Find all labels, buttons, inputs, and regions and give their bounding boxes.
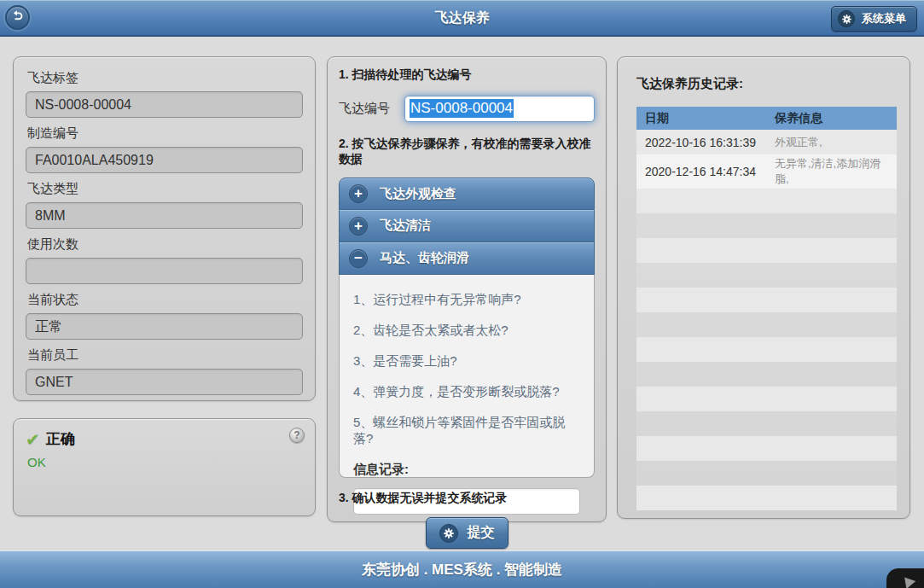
submit-button[interactable]: 提交 bbox=[426, 517, 508, 549]
expand-plus-icon: + bbox=[349, 217, 368, 236]
feeder-tag-value: NS-0008-00004 bbox=[26, 91, 303, 118]
accordion-motor-gear-lube[interactable]: − 马达、齿轮润滑 bbox=[339, 242, 595, 275]
step3-title: 3. 确认数据无误并提交系统记录 bbox=[339, 491, 595, 506]
info-record-label: 信息记录: bbox=[353, 462, 580, 478]
system-menu-label: 系统菜单 bbox=[862, 11, 906, 26]
history-info bbox=[766, 238, 897, 263]
history-date bbox=[636, 288, 766, 312]
date-column-header: 日期 bbox=[636, 107, 766, 130]
history-empty-row bbox=[636, 486, 897, 510]
manufacture-number-value: FA0010ALA450919 bbox=[26, 147, 303, 173]
history-empty-row bbox=[636, 436, 897, 461]
history-table-body: 2022-10-16 16:31:39 外观正常, 2020-12-16 14:… bbox=[636, 130, 897, 510]
gear-icon bbox=[439, 524, 458, 543]
feeder-number-label: 飞达编号 bbox=[339, 101, 404, 117]
step1-title: 1. 扫描待处理的飞达编号 bbox=[339, 67, 595, 83]
gear-icon bbox=[838, 10, 855, 27]
manufacture-number-label: 制造编号 bbox=[27, 125, 303, 142]
history-date: 2022-10-16 16:31:39 bbox=[636, 130, 766, 154]
feeder-type-label: 飞达类型 bbox=[27, 181, 303, 197]
history-info bbox=[766, 461, 897, 486]
checklist-item: 2、齿轮是否太紧或者太松? bbox=[353, 323, 580, 339]
motor-gear-lube-checklist: 1、运行过程中有无异常响声? 2、齿轮是否太紧或者太松? 3、是否需要上油? 4… bbox=[339, 275, 595, 478]
help-icon[interactable]: ? bbox=[289, 428, 305, 443]
history-empty-row bbox=[636, 189, 897, 213]
history-info bbox=[766, 411, 897, 436]
history-info bbox=[766, 486, 897, 510]
system-menu-button[interactable]: 系统菜单 bbox=[831, 6, 917, 32]
history-empty-row bbox=[636, 312, 897, 337]
feeder-number-input[interactable]: NS-0008-00004 bbox=[404, 96, 595, 122]
history-empty-row bbox=[636, 263, 897, 288]
feeder-tag-label: 飞达标签 bbox=[27, 70, 303, 86]
history-date bbox=[636, 337, 766, 362]
checklist-item: 4、弹簧力度，是否变形断裂或脱落? bbox=[353, 384, 580, 400]
history-row: 2020-12-16 14:47:34 无异常,清洁,添加润滑脂, bbox=[636, 154, 897, 189]
current-employee-label: 当前员工 bbox=[27, 347, 303, 364]
history-date bbox=[636, 238, 766, 263]
history-date bbox=[636, 461, 766, 486]
collapse-minus-icon: − bbox=[349, 249, 368, 268]
info-column-header: 保养信息 bbox=[766, 107, 897, 130]
check-icon: ✔ bbox=[26, 431, 40, 448]
checklist-item: 5、螺丝和锁片等紧固件是否牢固或脱落? bbox=[353, 415, 580, 447]
history-date: 2020-12-16 14:47:34 bbox=[636, 154, 766, 189]
history-info: 外观正常, bbox=[766, 130, 897, 154]
usage-count-value bbox=[26, 258, 303, 284]
history-empty-row bbox=[636, 411, 897, 436]
history-empty-row bbox=[636, 288, 897, 312]
usage-count-label: 使用次数 bbox=[27, 236, 303, 253]
history-date bbox=[636, 387, 766, 411]
submit-button-label: 提交 bbox=[468, 524, 495, 542]
screen-corner-overlay bbox=[886, 568, 924, 588]
history-info: 无异常,清洁,添加润滑脂, bbox=[766, 154, 897, 189]
history-info bbox=[766, 362, 897, 387]
current-employee-value: GNET bbox=[26, 369, 303, 395]
history-info bbox=[766, 189, 897, 213]
feeder-type-value: 8MM bbox=[26, 202, 303, 229]
status-title: 正确 bbox=[46, 429, 75, 449]
top-header-bar: 飞达保养 系统菜单 bbox=[0, 0, 924, 37]
history-info bbox=[766, 312, 897, 337]
history-title: 飞达保养历史记录: bbox=[636, 76, 892, 92]
maintenance-steps-accordion: + 飞达外观检查 + 飞达清洁 − 马达、齿轮润滑 1、运行过程中有无异常响声?… bbox=[339, 178, 595, 478]
history-date bbox=[636, 486, 766, 510]
scan-result-panel: ✔ 正确 OK ? bbox=[13, 418, 316, 516]
checklist-item: 3、是否需要上油? bbox=[353, 353, 580, 370]
history-date bbox=[636, 213, 766, 238]
accordion-feeder-clean[interactable]: + 飞达清洁 bbox=[339, 210, 595, 242]
history-date bbox=[636, 436, 766, 461]
history-date bbox=[636, 362, 766, 387]
footer-text: 东莞协创 . MES系统 . 智能制造 bbox=[362, 560, 562, 579]
history-table-header-row: 日期 保养信息 bbox=[636, 107, 897, 130]
history-table: 日期 保养信息 2022-10-16 16:31:39 外观正常, 2020-1… bbox=[636, 107, 897, 510]
status-message: OK bbox=[27, 455, 303, 469]
history-empty-row bbox=[636, 213, 897, 238]
history-empty-row bbox=[636, 337, 897, 362]
feeder-number-selected-text: NS-0008-00004 bbox=[410, 99, 514, 118]
current-status-label: 当前状态 bbox=[27, 292, 303, 308]
expand-plus-icon: + bbox=[349, 184, 368, 203]
accordion-motor-gear-lube-label: 马达、齿轮润滑 bbox=[380, 250, 469, 266]
maintenance-workflow-panel: 1. 扫描待处理的飞达编号 飞达编号 NS-0008-00004 2. 按飞达保… bbox=[327, 56, 607, 522]
maintenance-history-panel: 飞达保养历史记录: 日期 保养信息 2022-10-16 16:31:39 外观… bbox=[617, 56, 910, 519]
history-date bbox=[636, 189, 766, 213]
history-date bbox=[636, 411, 766, 436]
history-info bbox=[766, 387, 897, 411]
history-info bbox=[766, 337, 897, 362]
history-info bbox=[766, 263, 897, 288]
history-info bbox=[766, 436, 897, 461]
history-row: 2022-10-16 16:31:39 外观正常, bbox=[636, 130, 897, 154]
page-title: 飞达保养 bbox=[0, 0, 924, 37]
footer-bar: 东莞协创 . MES系统 . 智能制造 bbox=[0, 550, 924, 588]
device-info-panel: 飞达标签 NS-0008-00004 制造编号 FA0010ALA450919 … bbox=[13, 56, 316, 401]
history-date bbox=[636, 312, 766, 337]
cursor-icon bbox=[900, 573, 915, 588]
history-info bbox=[766, 213, 897, 238]
accordion-appearance-check[interactable]: + 飞达外观检查 bbox=[339, 178, 595, 210]
history-empty-row bbox=[636, 362, 897, 387]
history-empty-row bbox=[636, 238, 897, 263]
current-status-value: 正常 bbox=[26, 313, 303, 340]
checklist-item: 1、运行过程中有无异常响声? bbox=[353, 292, 580, 308]
history-empty-row bbox=[636, 387, 897, 411]
